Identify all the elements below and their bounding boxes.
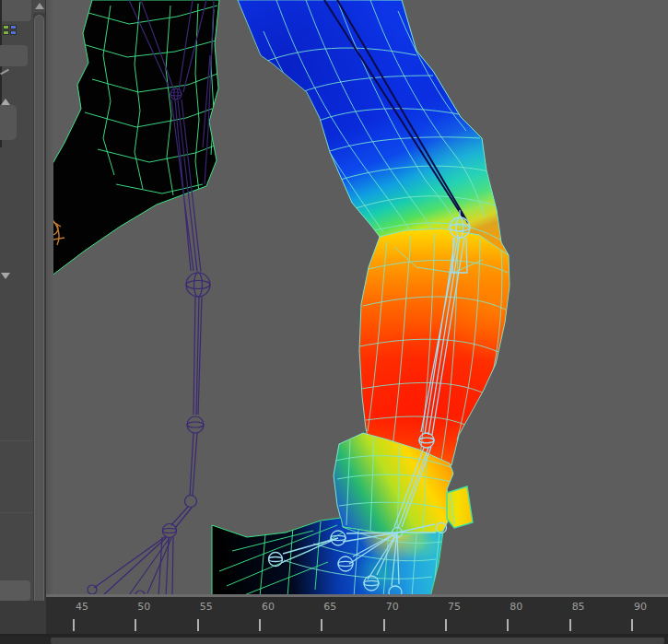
panel-button-bottom[interactable] — [0, 580, 30, 601]
frame-tick — [197, 619, 199, 631]
frame-label: 90 — [634, 601, 647, 613]
frame-tick — [631, 619, 633, 631]
frame-tick — [259, 619, 261, 631]
range-slider-bar[interactable] — [51, 638, 664, 644]
layer-swatch-icon[interactable] — [3, 25, 19, 36]
frame-tick — [321, 619, 322, 631]
frame-label: 60 — [262, 601, 275, 613]
layer-swatch-blue2 — [10, 30, 17, 35]
frame-tick — [135, 619, 136, 631]
frame-label: 85 — [572, 601, 585, 613]
frame-label: 80 — [510, 601, 522, 613]
panel-viewport-divider — [45, 0, 46, 634]
scroll-up-icon — [35, 3, 44, 9]
frame-tick — [445, 619, 447, 631]
frame-tick — [73, 619, 75, 631]
application-window: 45505560657075808590 — [0, 0, 668, 644]
left-panel — [0, 0, 46, 637]
panel-shadow — [46, 0, 53, 597]
panel-button-top[interactable] — [2, 0, 31, 21]
frame-label: 55 — [200, 601, 213, 613]
scrollbar-thumb[interactable] — [34, 15, 44, 614]
frame-label: 65 — [323, 601, 336, 613]
layer-swatch-green — [3, 25, 9, 29]
panel-divider-1 — [0, 440, 32, 441]
layer-swatch-blue — [10, 25, 17, 29]
layer-swatch-green2 — [3, 30, 9, 35]
frame-tick — [569, 619, 571, 631]
panel-divider-2 — [0, 512, 32, 513]
viewport-3d[interactable] — [46, 0, 668, 597]
expand-up-icon[interactable] — [1, 99, 10, 105]
panel-button-3[interactable] — [0, 105, 17, 140]
frame-label: 70 — [386, 601, 399, 613]
frame-label: 50 — [137, 601, 150, 613]
panel-button-2[interactable] — [0, 45, 28, 66]
time-slider[interactable]: 45505560657075808590 — [46, 597, 668, 634]
scrollbar-up-button[interactable] — [33, 0, 45, 13]
range-slider[interactable] — [0, 637, 668, 644]
frame-tick — [507, 619, 509, 631]
frame-tick — [383, 619, 385, 631]
frame-label: 75 — [448, 601, 461, 613]
scene-canvas[interactable] — [46, 0, 668, 597]
collapse-down-icon[interactable] — [1, 273, 10, 279]
frame-label: 45 — [76, 601, 88, 613]
panel-bottom-filler — [0, 601, 46, 637]
